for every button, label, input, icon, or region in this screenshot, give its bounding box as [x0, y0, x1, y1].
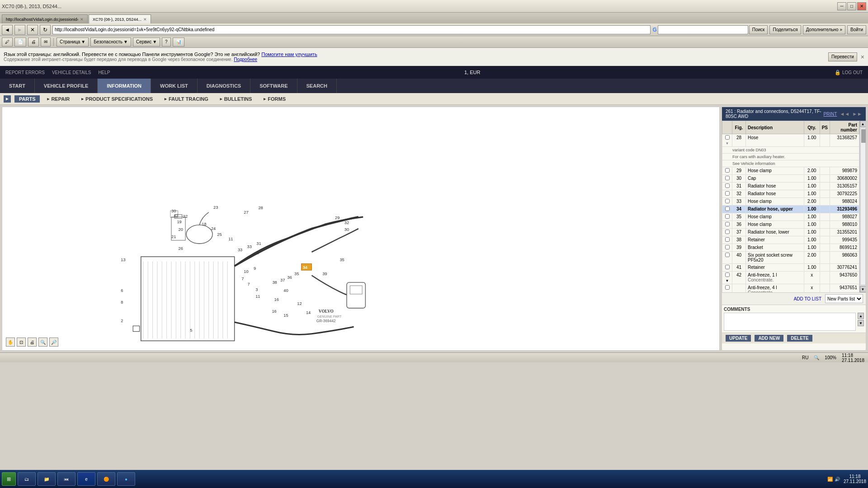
- nav-diagnostics[interactable]: DIAGNOSTICS: [198, 79, 250, 93]
- translate-close-button[interactable]: ×: [861, 53, 864, 61]
- table-row[interactable]: 29 Hose clamp 2.00 989879: [722, 167, 859, 175]
- tool-print[interactable]: 🖨: [28, 338, 37, 347]
- taskbar-app-4[interactable]: e: [77, 472, 95, 486]
- table-row[interactable]: 35 Hose clamp 1.00 988027: [722, 213, 859, 221]
- table-row[interactable]: 31 Radiator hose 1.00 31305157: [722, 183, 859, 190]
- table-row[interactable]: 37 Radiator hose, lower 1.00 31355201: [722, 229, 859, 236]
- delete-button[interactable]: DELETE: [787, 335, 812, 342]
- address-input[interactable]: [52, 25, 651, 34]
- add-new-button[interactable]: ADD NEW: [755, 335, 783, 342]
- row-checkbox[interactable]: [725, 222, 730, 226]
- subnav-forms[interactable]: ► FORMS: [258, 95, 290, 103]
- tool-zoom-out[interactable]: 🔎: [49, 338, 58, 347]
- table-row[interactable]: ▼ 28 Hose 1.00 31368257: [722, 134, 859, 147]
- search-button[interactable]: Поиск: [749, 25, 768, 34]
- parts-table-scroll[interactable]: Fig. Description Qty. PS Part number ▼ 2…: [722, 121, 859, 292]
- comments-scroll-up[interactable]: ▲: [858, 313, 864, 319]
- scroll-track[interactable]: [860, 128, 866, 285]
- row-checkbox[interactable]: [725, 253, 730, 257]
- row-checkbox[interactable]: [725, 206, 730, 211]
- page-dropdown[interactable]: Страница ▼: [57, 38, 89, 47]
- row-checkbox[interactable]: [725, 191, 730, 196]
- taskbar-app-3[interactable]: ⏮: [57, 472, 75, 486]
- back-button[interactable]: ◄: [2, 25, 13, 35]
- add-to-list-button[interactable]: ADD TO LIST: [794, 296, 821, 301]
- toolbar2-icon1[interactable]: 🖊: [2, 38, 13, 47]
- subnav-product-specs[interactable]: ► PRODUCT SPECIFICATIONS: [76, 95, 157, 103]
- taskbar-app-6[interactable]: ●: [117, 472, 135, 486]
- toolbar2-icon3[interactable]: ✉: [41, 38, 51, 47]
- tab-1[interactable]: http://localhost/Vida/Login.do;jsessioni…: [2, 14, 88, 23]
- scroll-thumb[interactable]: [861, 129, 866, 143]
- taskbar-app-2[interactable]: 📁: [38, 472, 56, 486]
- row-checkbox[interactable]: [725, 214, 730, 219]
- taskbar-app-5[interactable]: 🟠: [97, 472, 115, 486]
- row-checkbox[interactable]: [725, 265, 730, 269]
- comments-scroll-down[interactable]: ▼: [858, 320, 864, 326]
- row-checkbox[interactable]: [725, 230, 730, 234]
- security-dropdown[interactable]: Безопасность ▼: [90, 38, 131, 47]
- service-dropdown[interactable]: Сервис ▼: [133, 38, 160, 47]
- print-link[interactable]: PRINT: [823, 112, 837, 117]
- table-row[interactable]: ▼ 42 Anti-freeze, 1 lConcentrate. x 9437…: [722, 272, 859, 284]
- details-link[interactable]: Подробнее: [234, 57, 257, 62]
- table-row[interactable]: 30 Cap 1.00 30680002: [722, 175, 859, 183]
- nav-start[interactable]: START: [0, 79, 35, 93]
- scroll-down-button[interactable]: ▼: [860, 286, 866, 292]
- sub-nav-toggle[interactable]: ►: [4, 95, 11, 103]
- tool-pan[interactable]: ✋: [6, 338, 15, 347]
- start-button[interactable]: ⊞: [2, 472, 16, 486]
- nav-vehicle-profile[interactable]: VEHICLE PROFILE: [35, 79, 98, 93]
- row-checkbox[interactable]: [725, 237, 730, 242]
- row-checkbox[interactable]: [725, 183, 730, 188]
- subnav-bulletins[interactable]: ► BULLETINS: [215, 95, 257, 103]
- search-input[interactable]: [658, 25, 748, 34]
- improve-link[interactable]: Помогите нам улучшить: [261, 52, 317, 57]
- row-checkbox[interactable]: [725, 272, 730, 277]
- table-row[interactable]: 38 Retainer 1.00 999435: [722, 236, 859, 244]
- table-row[interactable]: 41 Retainer 1.00 30776241: [722, 264, 859, 272]
- help-link[interactable]: HELP: [98, 70, 110, 75]
- stop-button[interactable]: ✕: [27, 25, 38, 35]
- nav-software[interactable]: SOFTWARE: [250, 79, 297, 93]
- tool-zoom-in[interactable]: 🔍: [38, 338, 47, 347]
- row-checkbox[interactable]: [725, 135, 730, 140]
- maximize-button[interactable]: □: [847, 2, 856, 10]
- toolbar2-icon2[interactable]: 📄: [14, 38, 26, 47]
- report-errors-link[interactable]: REPORT ERRORS: [5, 70, 45, 75]
- parts-list-select[interactable]: New Parts list: [825, 294, 863, 303]
- table-row[interactable]: ▼ Anti-freeze, 4 lConcentrate. x 9437651: [722, 284, 859, 293]
- table-row[interactable]: 40 Six point socket screw PF5x20 2.00 98…: [722, 252, 859, 264]
- row-checkbox[interactable]: [725, 168, 730, 173]
- toolbar2-icon4[interactable]: 📊: [173, 38, 184, 47]
- login-button[interactable]: Войти: [847, 25, 866, 34]
- scroll-up-button[interactable]: ▲: [860, 121, 866, 127]
- comments-textarea[interactable]: [724, 313, 856, 331]
- logout-button[interactable]: LOG OUT: [842, 70, 863, 75]
- share-button[interactable]: Поделиться: [769, 25, 801, 34]
- tab-2-close[interactable]: ✕: [143, 17, 147, 22]
- row-checkbox[interactable]: [725, 285, 730, 290]
- table-row[interactable]: 39 Bracket 1.00 8699112: [722, 244, 859, 252]
- tab-2[interactable]: XC70 (08-), 2013, D5244... ✕: [89, 14, 151, 23]
- nav-next-btn[interactable]: ►►: [852, 111, 862, 117]
- row-checkbox[interactable]: [725, 245, 730, 249]
- taskbar-app-1[interactable]: 🗂: [18, 472, 36, 486]
- help-button[interactable]: ?: [162, 38, 171, 47]
- vehicle-details-link[interactable]: VEHICLE DETAILS: [52, 70, 91, 75]
- update-button[interactable]: UPDATE: [726, 335, 751, 342]
- minimize-button[interactable]: ─: [837, 2, 846, 10]
- toolbar2-print[interactable]: 🖨: [28, 38, 39, 47]
- tab-1-close[interactable]: ✕: [80, 17, 84, 22]
- table-row-selected[interactable]: 34 Radiator hose, upper 1.00 31293496: [722, 206, 859, 213]
- table-row[interactable]: 36 Hose clamp 1.00 988010: [722, 221, 859, 229]
- forward-button[interactable]: ►: [14, 25, 25, 35]
- subnav-parts[interactable]: PARTS: [14, 95, 40, 103]
- subnav-repair[interactable]: ► REPAIR: [42, 95, 74, 103]
- close-button[interactable]: ✕: [857, 2, 866, 10]
- table-row[interactable]: 32 Radiator hose 1.00 30792225: [722, 190, 859, 198]
- nav-prev-btn[interactable]: ◄◄: [840, 111, 849, 117]
- tool-zoom-fit[interactable]: ⊡: [17, 338, 26, 347]
- table-row[interactable]: 33 Hose clamp 2.00 988024: [722, 198, 859, 206]
- row-checkbox[interactable]: [725, 199, 730, 203]
